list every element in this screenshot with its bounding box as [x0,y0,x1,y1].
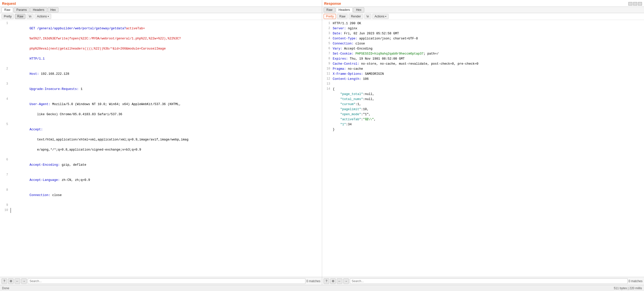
response-line-json-4: "pagelimit":10, [324,107,642,112]
request-search-input[interactable] [28,278,305,284]
response-line-3: 3 Date: Fri, 02 Jun 2023 05:52:58 GMT [324,31,642,36]
response-toolbar: Pretty Raw Render \n Actions ▾ [322,13,644,20]
request-bottom-bar: ? ⚙ ← → 0 matches [0,277,322,285]
response-line-7: 7 Set-Cookie: PHPSESSID=hiq9ahq2qab8r9he… [324,51,642,56]
response-tab-hex[interactable]: Hex [353,7,364,12]
response-line-4: 4 Content-Type: application/json; charse… [324,36,642,41]
request-toolbar: Pretty Raw \n Actions ▾ [0,13,322,20]
status-bar: Done 511 bytes | 220 millis [0,285,644,291]
response-line-9: 9 Cache-Control: no-store, no-cache, mus… [324,61,642,66]
response-settings-btn[interactable]: ⚙ [330,278,336,284]
response-line-12: 12 Content-Length: 106 [324,77,642,82]
request-prev-btn[interactable]: ← [15,278,20,284]
status-left: Done [2,286,9,290]
window-tile-btn[interactable] [628,2,632,6]
request-line-3: 3 Upgrade-Insecure-Requests: 1 [2,82,320,97]
response-help-btn[interactable]: ? [324,278,329,284]
request-line-2: 2 Host: 192.168.222.128 [2,66,320,82]
response-line-5: 5 Connection: close [324,41,642,46]
request-settings-btn[interactable]: ⚙ [8,278,14,284]
response-render-btn[interactable]: Render [349,14,363,19]
request-line-7: 7 Accept-Language: zh-CN, zh;q=0.9 [2,173,320,188]
response-pretty-btn[interactable]: Pretty [324,14,336,19]
response-raw-btn[interactable]: Raw [337,14,348,19]
response-pane: Response Raw Headers Hex Pretty Raw Rend… [322,0,644,285]
response-line-2: 2 Server: nginx [324,26,642,31]
response-prev-btn[interactable]: ← [337,278,342,284]
response-line-json-1: "page_total":null, [324,92,642,97]
request-tab-bar: Raw Params Headers Hex [0,7,322,13]
status-right: 511 bytes | 220 millis [614,286,642,290]
window-close-btn[interactable] [638,2,642,6]
request-line-8: 8 Connection: close [2,188,320,203]
request-tab-headers[interactable]: Headers [30,7,47,12]
request-tab-raw[interactable]: Raw [2,7,13,12]
response-content[interactable]: 1 HTTP/1.1 200 OK 2 Server: nginx 3 Date… [322,20,644,277]
response-tab-headers[interactable]: Headers [336,7,353,12]
main-container: Request Raw Params Headers Hex Pretty Ra… [0,0,644,285]
response-actions-btn[interactable]: Actions ▾ [372,14,389,19]
request-next-btn[interactable]: → [21,278,27,284]
response-line-1: 1 HTTP/1.1 200 OK [324,21,642,26]
response-next-btn[interactable]: → [343,278,349,284]
request-tab-params[interactable]: Params [14,7,30,12]
request-title: Request [0,0,322,7]
response-matches: 0 matches [629,279,642,283]
response-line-json-6: "activeTab":"锦\\", [324,117,642,122]
request-help-btn[interactable]: ? [2,278,7,284]
response-search-input[interactable] [350,278,628,284]
response-line-json-5: "open_mode":"1", [324,112,642,117]
request-line-5: 5 Accept: text/html,application/xhtml+xm… [2,122,320,157]
response-line-14: 14 { [324,87,642,92]
response-line-json-close: } [324,127,642,132]
response-tab-bar: Raw Headers Hex [322,7,644,13]
request-raw-btn[interactable]: Raw [15,14,25,19]
request-line-1: 1 GET /general/appbuilder/web/portal/gat… [2,21,320,66]
response-line-json-7: "1":34 [324,122,642,127]
request-actions-btn[interactable]: Actions ▾ [35,14,51,19]
response-line-json-3: "curnum":1, [324,102,642,107]
response-line-json-2: "total_nums":null, [324,97,642,102]
response-line-13: 13 [324,82,642,87]
window-minimize-btn[interactable] [633,2,637,6]
response-tab-raw[interactable]: Raw [324,7,335,12]
request-line-10: 10 [2,208,320,213]
response-ln-btn[interactable]: \n [364,14,371,19]
chevron-down-icon: ▾ [48,15,49,18]
request-pane: Request Raw Params Headers Hex Pretty Ra… [0,0,322,285]
request-line-9: 9 [2,203,320,208]
response-line-6: 6 Vary: Accept-Encoding [324,46,642,51]
request-ln-btn[interactable]: \n [26,14,34,19]
response-line-8: 8 Expires: Thu, 19 Nov 1981 08:52:00 GMT [324,56,642,61]
request-matches: 0 matches [306,279,320,283]
response-title: Response [322,0,343,7]
response-bottom-bar: ? ⚙ ← → 0 matches [322,277,644,285]
request-pretty-btn[interactable]: Pretty [2,14,14,19]
response-chevron-icon: ▾ [385,15,386,18]
response-line-11: 11 X-Frame-Options: SAMEORIGIN [324,71,642,77]
request-tab-hex[interactable]: Hex [48,7,59,12]
request-line-4: 4 User-Agent: Mozilla/5.0 (Windows NT 10… [2,97,320,122]
request-content[interactable]: 1 GET /general/appbuilder/web/portal/gat… [0,20,322,277]
response-line-10: 10 Pragma: no-cache [324,66,642,71]
request-line-6: 6 Accept-Encoding: gzip, deflate [2,157,320,173]
